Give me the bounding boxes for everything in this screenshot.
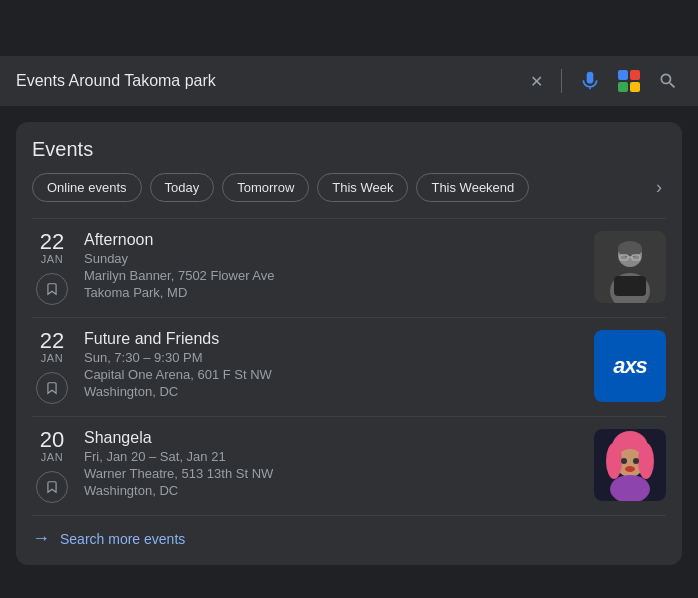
event-time-1: Sunday bbox=[84, 251, 582, 266]
event-location-1: Takoma Park, MD bbox=[84, 285, 582, 300]
lens-button[interactable] bbox=[614, 66, 644, 96]
event-date-3: 20 JAN bbox=[32, 429, 72, 503]
event-date-2: 22 JAN bbox=[32, 330, 72, 404]
chip-this-week[interactable]: This Week bbox=[317, 173, 408, 202]
event-date-month-3: JAN bbox=[41, 451, 63, 463]
event-date-num-1: 22 bbox=[40, 231, 64, 253]
event-thumbnail-1 bbox=[594, 231, 666, 303]
event-venue-3: Warner Theatre, 513 13th St NW bbox=[84, 466, 582, 481]
chip-this-weekend[interactable]: This Weekend bbox=[416, 173, 529, 202]
divider bbox=[561, 69, 562, 93]
search-more-label: Search more events bbox=[60, 531, 185, 547]
svg-rect-2 bbox=[618, 82, 628, 92]
search-icon bbox=[658, 71, 678, 91]
event-time-3: Fri, Jan 20 – Sat, Jan 21 bbox=[84, 449, 582, 464]
bookmark-icon-2 bbox=[45, 381, 59, 395]
mic-button[interactable] bbox=[576, 67, 604, 95]
svg-rect-11 bbox=[614, 276, 646, 296]
bookmark-button-2[interactable] bbox=[36, 372, 68, 404]
chip-today[interactable]: Today bbox=[150, 173, 215, 202]
svg-point-18 bbox=[633, 458, 639, 464]
axs-logo: axs bbox=[594, 330, 666, 402]
svg-rect-0 bbox=[618, 70, 628, 80]
event-info-3: Shangela Fri, Jan 20 – Sat, Jan 21 Warne… bbox=[84, 429, 582, 498]
event-item-2: 22 JAN Future and Friends Sun, 7:30 – 9:… bbox=[32, 317, 666, 416]
bookmark-icon-3 bbox=[45, 480, 59, 494]
event-name-3: Shangela bbox=[84, 429, 582, 447]
event-date-month-2: JAN bbox=[41, 352, 63, 364]
event-venue-2: Capital One Arena, 601 F St NW bbox=[84, 367, 582, 382]
bookmark-button-3[interactable] bbox=[36, 471, 68, 503]
svg-rect-3 bbox=[630, 82, 640, 92]
svg-rect-1 bbox=[630, 70, 640, 80]
event-date-1: 22 JAN bbox=[32, 231, 72, 305]
filter-scroll-right[interactable]: › bbox=[652, 173, 666, 202]
event-time-2: Sun, 7:30 – 9:30 PM bbox=[84, 350, 582, 365]
events-card: Events Online events Today Tomorrow This… bbox=[16, 122, 682, 565]
event-image-1[interactable] bbox=[594, 231, 666, 303]
event-location-3: Washington, DC bbox=[84, 483, 582, 498]
event-venue-1: Marilyn Banner, 7502 Flower Ave bbox=[84, 268, 582, 283]
events-title: Events bbox=[32, 138, 666, 161]
bookmark-button-1[interactable] bbox=[36, 273, 68, 305]
event-thumbnail-3 bbox=[594, 429, 666, 501]
svg-point-19 bbox=[625, 466, 635, 472]
chip-online-events[interactable]: Online events bbox=[32, 173, 142, 202]
chip-tomorrow[interactable]: Tomorrow bbox=[222, 173, 309, 202]
search-button[interactable] bbox=[654, 67, 682, 95]
close-icon: ✕ bbox=[530, 72, 543, 91]
svg-point-15 bbox=[606, 443, 622, 479]
search-bar: Events Around Takoma park ✕ bbox=[0, 56, 698, 106]
event-name-2: Future and Friends bbox=[84, 330, 582, 348]
event-date-num-2: 22 bbox=[40, 330, 64, 352]
svg-point-16 bbox=[638, 443, 654, 479]
event-item-3: 20 JAN Shangela Fri, Jan 20 – Sat, Jan 2… bbox=[32, 416, 666, 515]
top-bar bbox=[0, 0, 698, 56]
event-info-2: Future and Friends Sun, 7:30 – 9:30 PM C… bbox=[84, 330, 582, 399]
bookmark-icon-1 bbox=[45, 282, 59, 296]
clear-button[interactable]: ✕ bbox=[526, 68, 547, 95]
search-more-arrow-icon: → bbox=[32, 528, 50, 549]
search-more-link[interactable]: → Search more events bbox=[32, 515, 666, 549]
event-name-1: Afternoon bbox=[84, 231, 582, 249]
event-location-2: Washington, DC bbox=[84, 384, 582, 399]
mic-icon bbox=[580, 71, 600, 91]
event-item: 22 JAN Afternoon Sunday Marilyn Banner, … bbox=[32, 218, 666, 317]
filter-chips: Online events Today Tomorrow This Week T… bbox=[32, 173, 666, 202]
lens-icon bbox=[618, 70, 640, 92]
event-date-num-3: 20 bbox=[40, 429, 64, 451]
event-image-2[interactable]: axs bbox=[594, 330, 666, 402]
event-date-month-1: JAN bbox=[41, 253, 63, 265]
event-info-1: Afternoon Sunday Marilyn Banner, 7502 Fl… bbox=[84, 231, 582, 300]
search-input[interactable]: Events Around Takoma park bbox=[16, 72, 516, 90]
svg-point-17 bbox=[621, 458, 627, 464]
event-image-3[interactable] bbox=[594, 429, 666, 501]
